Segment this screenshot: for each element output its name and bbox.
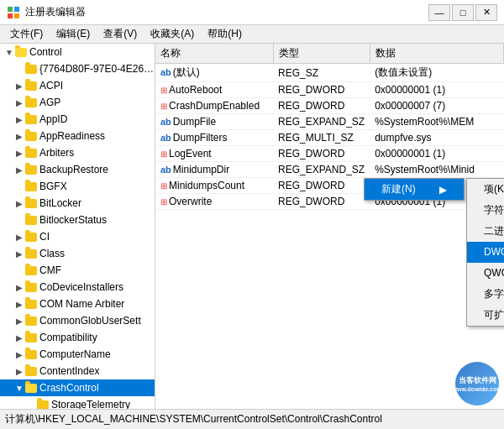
expander-7764	[13, 63, 25, 75]
expander-arbiters: ▶	[13, 147, 25, 159]
menu-favorites[interactable]: 收藏夹(A)	[144, 25, 201, 43]
tree-label-computername: ComputerName	[39, 348, 111, 360]
tree-item-agp[interactable]: ▶ AGP	[0, 94, 155, 111]
folder-icon-bitlockerstatus	[25, 216, 37, 225]
menu-view[interactable]: 查看(V)	[97, 25, 144, 43]
submenu-item-qword64[interactable]: QWORD (64 位)值(Q)	[467, 263, 504, 284]
tree-item-acpi[interactable]: ▶ ACPI	[0, 77, 155, 94]
table-row[interactable]: abDumpFile REG_EXPAND_SZ %SystemRoot%\ME…	[155, 114, 504, 130]
folder-icon-storagetelemetry	[37, 400, 49, 410]
table-row[interactable]: abMinidumpDir REG_EXPAND_SZ %SystemRoot%…	[155, 162, 504, 178]
submenu-item-binary[interactable]: 二进制值(B)	[467, 221, 504, 242]
row-type: REG_DWORD	[273, 82, 370, 98]
menu-edit[interactable]: 编辑(E)	[50, 25, 97, 43]
table-row[interactable]: abDumpFilters REG_MULTI_SZ dumpfve.sys	[155, 130, 504, 146]
menu-help[interactable]: 帮助(H)	[201, 25, 249, 43]
col-data: 数据	[370, 44, 503, 64]
tree-scroll[interactable]: ▼ Control {7764D80F-97E0-4E26-... ▶ ACPI…	[0, 44, 155, 409]
folder-icon-bitlocker	[25, 199, 37, 208]
submenu-item-string[interactable]: 字符串值(S)	[467, 200, 504, 221]
tree-label-contentindex: ContentIndex	[39, 365, 99, 377]
tree-label-bitlocker: BitLocker	[39, 197, 81, 209]
tree-item-appid[interactable]: ▶ AppID	[0, 111, 155, 128]
svg-rect-3	[14, 13, 19, 18]
tree-item-arbiters[interactable]: ▶ Arbiters	[0, 144, 155, 161]
tree-item-crashcontrol[interactable]: ▼ CrashControl	[0, 379, 155, 396]
expander-backuprestore: ▶	[13, 164, 25, 175]
tree-item-control[interactable]: ▼ Control	[0, 44, 155, 60]
submenu-item-key[interactable]: 项(K)	[467, 179, 504, 200]
main-content: ▼ Control {7764D80F-97E0-4E26-... ▶ ACPI…	[0, 44, 504, 409]
maximize-button[interactable]: □	[452, 4, 474, 21]
tree-item-ci[interactable]: ▶ CI	[0, 228, 155, 245]
tree-item-backuprestore[interactable]: ▶ BackupRestore	[0, 161, 155, 178]
tree-label-class: Class	[39, 248, 65, 259]
menu-bar: 文件(F) 编辑(E) 查看(V) 收藏夹(A) 帮助(H)	[0, 25, 504, 44]
tree-item-class[interactable]: ▶ Class	[0, 245, 155, 262]
title-bar: 注册表编辑器 — □ ✕	[0, 0, 504, 25]
folder-icon-bgfx	[25, 182, 37, 191]
row-name: ⊞AutoReboot	[155, 82, 273, 98]
folder-icon-arbiters	[25, 149, 37, 158]
tree-label-appreadiness: AppReadiness	[39, 130, 105, 142]
tree-item-computername[interactable]: ▶ ComputerName	[0, 346, 155, 363]
tree-label-agp: AGP	[39, 97, 60, 108]
expander-control: ▼	[3, 46, 15, 58]
tree-item-appreadiness[interactable]: ▶ AppReadiness	[0, 128, 155, 144]
status-text: 计算机\HKEY_LOCAL_MACHINE\SYSTEM\CurrentCon…	[5, 412, 382, 426]
folder-icon-contentindex	[25, 367, 37, 376]
row-type: REG_DWORD	[273, 178, 370, 194]
app-icon	[7, 6, 20, 19]
tree-item-7764[interactable]: {7764D80F-97E0-4E26-...	[0, 60, 155, 77]
table-row[interactable]: ab(默认) REG_SZ (数值未设置)	[155, 64, 504, 82]
expander-bitlockerstatus	[13, 214, 25, 226]
tree-item-compatibility[interactable]: ▶ Compatibility	[0, 329, 155, 346]
row-data: (数值未设置)	[370, 64, 503, 82]
right-panel: 名称 类型 数据 ab(默认) REG_SZ (数值未设置) ⊞AutoRebo…	[155, 44, 504, 409]
tree-item-contentindex[interactable]: ▶ ContentIndex	[0, 363, 155, 379]
table-row[interactable]: ⊞AutoReboot REG_DWORD 0x00000001 (1)	[155, 82, 504, 98]
tree-item-bgfx[interactable]: BGFX	[0, 178, 155, 195]
tree-label-control: Control	[29, 46, 62, 58]
folder-icon-class	[25, 249, 37, 259]
tree-label-comnamearbiter: COM Name Arbiter	[39, 298, 124, 310]
row-name: ⊞MinidumpsCount	[155, 178, 273, 194]
table-row[interactable]: ⊞LogEvent REG_DWORD 0x00000001 (1)	[155, 146, 504, 162]
tree-item-comnamearbiter[interactable]: ▶ COM Name Arbiter	[0, 296, 155, 312]
row-name: ⊞LogEvent	[155, 146, 273, 162]
close-button[interactable]: ✕	[475, 4, 497, 21]
expander-comnamearbiter: ▶	[13, 298, 25, 310]
tree-item-codeviceinstallers[interactable]: ▶ CoDeviceInstallers	[0, 279, 155, 296]
svg-rect-1	[14, 7, 19, 12]
row-data: %SystemRoot%\Minid	[370, 162, 503, 178]
tree-item-commonglobusersett[interactable]: ▶ CommonGlobUserSett	[0, 312, 155, 329]
tree-item-bitlocker[interactable]: ▶ BitLocker	[0, 195, 155, 212]
tree-item-storagetelemetry[interactable]: StorageTelemetry	[0, 396, 155, 409]
table-row[interactable]: ⊞CrashDumpEnabled REG_DWORD 0x00000007 (…	[155, 98, 504, 114]
submenu-item-expandstring[interactable]: 可扩充字符串值(E)	[467, 305, 504, 326]
row-data: 0x00000001 (1)	[370, 146, 503, 162]
menu-file[interactable]: 文件(F)	[3, 25, 50, 43]
expander-acpi: ▶	[13, 80, 25, 92]
expander-storagetelemetry	[25, 399, 37, 409]
expander-codeviceinstallers: ▶	[13, 281, 25, 293]
submenu-item-multistring[interactable]: 多字符串值(M)	[467, 284, 504, 305]
row-name: ab(默认)	[155, 64, 273, 82]
submenu-new: 项(K) 字符串值(S) 二进制值(B) DWORD (32 位)值(D) QW…	[466, 178, 504, 327]
tree-label-compatibility: Compatibility	[39, 332, 97, 343]
tree-label-arbiters: Arbiters	[39, 147, 74, 159]
row-type: REG_SZ	[273, 64, 370, 82]
tree-item-cmf[interactable]: CMF	[0, 262, 155, 279]
tree-label-backuprestore: BackupRestore	[39, 164, 108, 175]
minimize-button[interactable]: —	[428, 4, 450, 21]
folder-icon-compatibility	[25, 333, 37, 343]
tree-item-bitlockerstatus[interactable]: BitlockerStatus	[0, 212, 155, 228]
context-menu-new-item[interactable]: 新建(N) ▶	[365, 179, 464, 200]
expander-computername: ▶	[13, 348, 25, 360]
folder-icon-codeviceinstallers	[25, 283, 37, 292]
row-name: ⊞Overwrite	[155, 194, 273, 210]
row-name: abDumpFilters	[155, 130, 273, 146]
expander-commonglobusersett: ▶	[13, 315, 25, 327]
tree-label-bgfx: BGFX	[39, 180, 67, 192]
submenu-item-dword32[interactable]: DWORD (32 位)值(D)	[467, 242, 504, 263]
